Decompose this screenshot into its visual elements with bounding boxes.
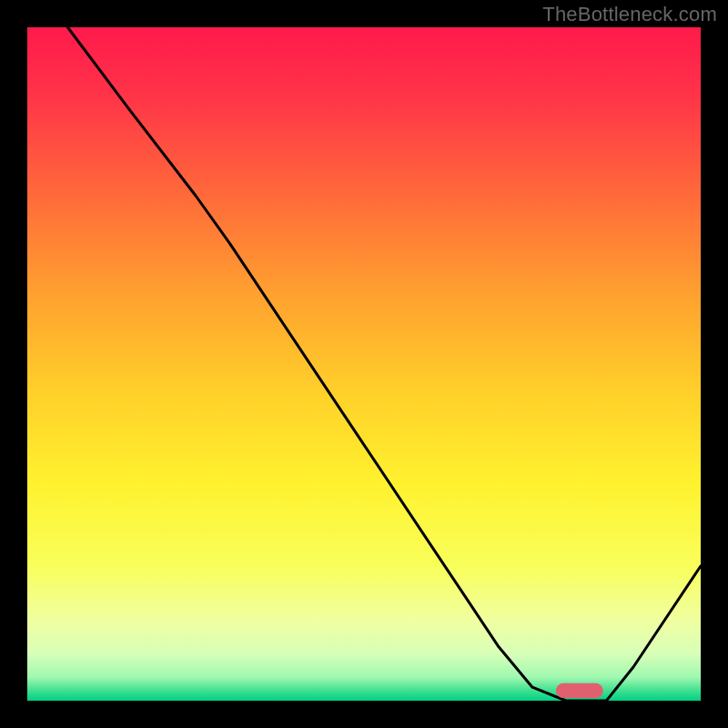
- chart-container: TheBottleneck.com: [0, 0, 728, 728]
- plot-background: [27, 27, 701, 701]
- optimum-marker: [556, 683, 603, 698]
- svg-rect-2: [0, 0, 27, 728]
- watermark-text: TheBottleneck.com: [542, 3, 717, 26]
- svg-rect-3: [701, 0, 728, 728]
- svg-rect-1: [0, 701, 728, 728]
- chart-svg: [0, 0, 728, 728]
